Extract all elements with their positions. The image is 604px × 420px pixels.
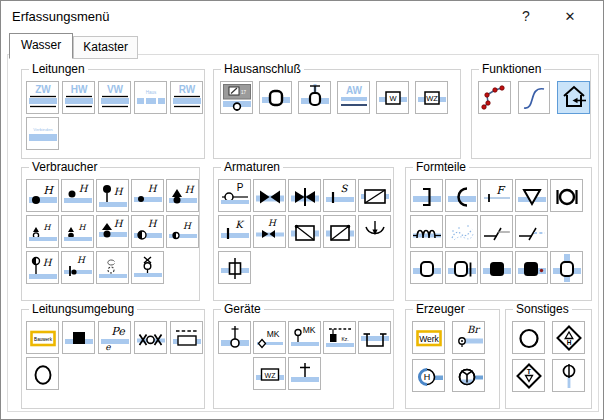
tool-tool-house-connect-17[interactable]: 17: [220, 81, 253, 114]
tool-pipe-connect-verbinden[interactable]: Verbinden: [26, 117, 59, 150]
tool-env-pe-pe[interactable]: Pee: [98, 321, 131, 354]
tool-dev-mk-diamond-mk[interactable]: MK: [253, 321, 286, 354]
tool-hydrant-x-circle[interactable]: [131, 251, 164, 284]
tool-form-cross-sleeve[interactable]: [550, 251, 583, 284]
tool-pipe-aw-aw[interactable]: AW: [337, 81, 370, 114]
tool-form-end-cap[interactable]: [410, 179, 443, 212]
tool-env-ellipse[interactable]: [26, 357, 59, 390]
tool-hydrant-half-lollipop-h[interactable]: H: [26, 251, 59, 284]
spacer: [218, 357, 251, 390]
tool-hydrant-half-circle-h[interactable]: H: [131, 215, 164, 248]
tool-env-bauwerk-bauwerk[interactable]: Bauwerk: [26, 321, 59, 354]
tool-dev-mk-circle-mk[interactable]: MK: [288, 321, 321, 354]
tool-env-duct[interactable]: [170, 321, 203, 354]
tool-form-triangle-down[interactable]: [515, 179, 548, 212]
tool-form-sketch[interactable]: [445, 215, 478, 248]
tool-row: 17AWWWZ: [218, 81, 460, 114]
group-label-armaturen: Armaturen: [221, 160, 283, 174]
tool-gen-br-br[interactable]: Br: [452, 321, 485, 354]
tool-hydrant-circle-line-h[interactable]: H: [26, 179, 59, 212]
tool-valve-rect-diag-up[interactable]: [323, 215, 356, 248]
tool-form-coil[interactable]: [410, 215, 443, 248]
svg-text:H: H: [423, 372, 430, 382]
svg-text:H: H: [113, 186, 123, 197]
tool-hydrant-dashed-circle[interactable]: [96, 251, 129, 284]
tool-pipe-line-hw[interactable]: HW: [62, 81, 95, 114]
tool-row: [410, 251, 591, 284]
close-button[interactable]: ✕: [554, 1, 586, 31]
tool-valve-bell-arrow[interactable]: [358, 215, 391, 248]
svg-text:Bauwerk: Bauwerk: [34, 336, 53, 341]
group-formteile: Formteile F: [405, 167, 592, 301]
tool-hydrant-half-small-h[interactable]: H: [166, 215, 199, 248]
tool-fn-s-curve[interactable]: [518, 81, 551, 114]
tab-wasser[interactable]: Wasser: [9, 33, 73, 59]
tool-valve-rect-diag-down[interactable]: [288, 215, 321, 248]
tool-form-plug-dot[interactable]: [515, 251, 548, 284]
tool-hydrant-tri-circle-line-h[interactable]: H: [96, 215, 129, 248]
tool-hydrant-dot-tick-h[interactable]: H: [61, 251, 94, 284]
tool-valve-rect-stem[interactable]: [218, 251, 251, 284]
svg-text:17: 17: [240, 90, 246, 95]
tool-valve-gate-small-h[interactable]: H: [253, 215, 286, 248]
group-label-leitungen: Leitungen: [29, 62, 88, 76]
tool-valve-butterfly[interactable]: [288, 179, 321, 212]
tool-box-meter-wz[interactable]: WZ: [415, 81, 448, 114]
svg-text:H: H: [78, 183, 88, 194]
help-button[interactable]: ?: [510, 1, 542, 31]
group-armaturen: Armaturen PSKH: [213, 167, 394, 301]
tool-fn-polyline-points[interactable]: [478, 81, 511, 114]
tool-fn-home-capture[interactable]: [557, 81, 590, 114]
tool-pipe-line-zw[interactable]: ZW: [26, 81, 59, 114]
tool-form-o-bars[interactable]: [550, 179, 583, 212]
tool-form-f-tick-f[interactable]: F: [480, 179, 513, 212]
tool-dev-open-box[interactable]: [358, 321, 391, 354]
tool-fitting-round[interactable]: [259, 81, 292, 114]
svg-text:H: H: [147, 183, 157, 194]
tool-form-step[interactable]: [480, 215, 513, 248]
tool-hydrant-small-circle-h[interactable]: H: [131, 179, 164, 212]
tool-hydrant-tri-dot-small-h[interactable]: H: [61, 215, 94, 248]
tool-row: HHHHH: [26, 215, 199, 248]
tool-valve-gate[interactable]: [253, 179, 286, 212]
svg-text:H: H: [42, 257, 52, 268]
tool-pipe-line-rw[interactable]: RW: [170, 81, 203, 114]
tool-misc-diamond-t-t[interactable]: T: [512, 359, 545, 392]
tool-valve-rect-slash[interactable]: [358, 179, 391, 212]
tool-misc-diamond-h-h[interactable]: H: [552, 321, 585, 354]
tab-kataster[interactable]: Kataster: [73, 36, 138, 59]
tool-box-meter-w[interactable]: W: [376, 81, 409, 114]
tool-gen-h-tank-h[interactable]: H: [412, 359, 445, 392]
title-bar[interactable]: Erfassungsmenü ? ✕: [1, 1, 603, 31]
tool-hydrant-circle-above-h[interactable]: H: [61, 179, 94, 212]
tool-misc-circle[interactable]: [512, 321, 545, 354]
tool-form-plug[interactable]: [480, 251, 513, 284]
tool-dev-cross[interactable]: [288, 357, 321, 390]
tool-hydrant-lollipop-h[interactable]: H: [96, 179, 129, 212]
tool-valve-tick-s[interactable]: S: [323, 179, 356, 212]
svg-text:H: H: [184, 184, 194, 195]
tool-env-xox[interactable]: [134, 321, 167, 354]
tool-form-c[interactable]: [445, 179, 478, 212]
tool-dev-meter-box-wz[interactable]: WZ: [253, 357, 286, 390]
tool-env-block[interactable]: [62, 321, 95, 354]
group-label-erzeuger: Erzeuger: [413, 302, 468, 316]
tool-gen-werk-werk[interactable]: Werk: [412, 321, 445, 354]
tool-hydrant-tri-circle-small-h[interactable]: H: [26, 215, 59, 248]
tool-hydrant-triangle-circle-h[interactable]: H: [166, 179, 199, 212]
window-title: Erfassungsmenü: [12, 9, 110, 24]
tool-gen-well[interactable]: [452, 359, 485, 392]
tool-form-step-dashed[interactable]: [515, 215, 548, 248]
group-funktionen: Funktionen: [471, 69, 591, 159]
tool-form-sleeve[interactable]: [410, 251, 443, 284]
tool-pipe-dashed-haus[interactable]: Haus: [134, 81, 167, 114]
tool-form-sleeve-bar[interactable]: [445, 251, 478, 284]
tool-dev-probe[interactable]: [218, 321, 251, 354]
tool-valve-tick-k[interactable]: K: [218, 215, 251, 248]
tool-dev-contact-kz[interactable]: Kz.: [323, 321, 356, 354]
tool-row: [476, 81, 590, 114]
tool-valve-p-circle-p[interactable]: P: [218, 179, 251, 212]
tool-misc-phi[interactable]: [552, 359, 585, 392]
tool-pipe-line-vw[interactable]: VW: [98, 81, 131, 114]
tool-fitting-round-stem[interactable]: [298, 81, 331, 114]
